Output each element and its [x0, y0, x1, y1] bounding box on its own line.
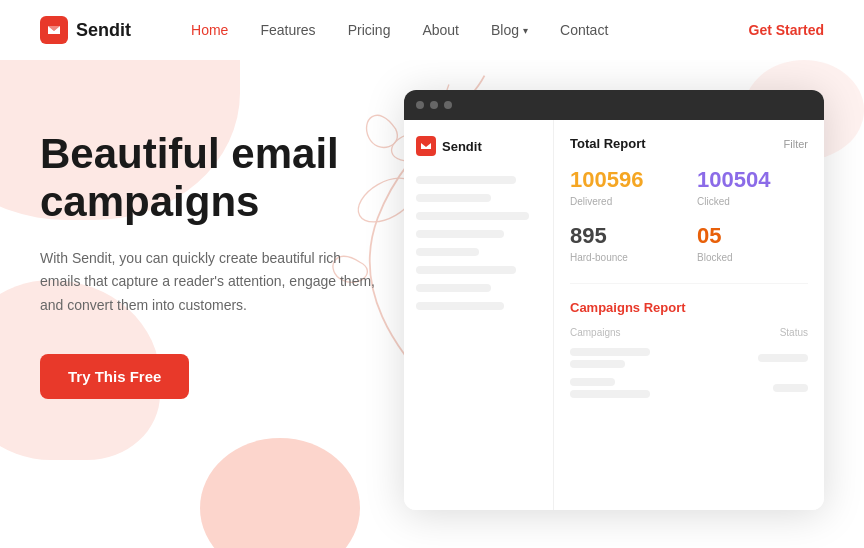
sidebar-line [416, 230, 504, 238]
stat-blocked: 05 Blocked [697, 223, 808, 263]
main-content: Beautiful email campaigns With Sendit, y… [0, 60, 864, 548]
hero-subtitle: With Sendit, you can quickly create beau… [40, 247, 380, 318]
sidebar-line [416, 284, 491, 292]
logo-text: Sendit [76, 20, 131, 41]
stat-blocked-value: 05 [697, 223, 808, 249]
divider [570, 283, 808, 284]
try-free-button[interactable]: Try This Free [40, 354, 189, 399]
stat-delivered: 100596 Delivered [570, 167, 681, 207]
stat-delivered-label: Delivered [570, 196, 681, 207]
campaigns-header: Campaigns Status [570, 327, 808, 338]
campaign-bar [570, 360, 625, 368]
logo-icon [40, 16, 68, 44]
nav-pricing[interactable]: Pricing [348, 22, 391, 38]
mockup-container: Sendit Total [404, 100, 824, 548]
campaign-bars-1 [570, 348, 650, 368]
stat-clicked-value: 100504 [697, 167, 808, 193]
nav-contact[interactable]: Contact [560, 22, 608, 38]
filter-label: Filter [784, 138, 808, 150]
app-logo-text: Sendit [442, 139, 482, 154]
campaigns-title: Campaigns Report [570, 300, 808, 315]
browser-dot-3 [444, 101, 452, 109]
campaign-row-2 [570, 378, 808, 398]
total-report-title: Total Report [570, 136, 646, 151]
browser-bar [404, 90, 824, 120]
campaign-bar [570, 378, 615, 386]
hero-title: Beautiful email campaigns [40, 130, 404, 227]
browser-content: Sendit Total [404, 120, 824, 510]
stat-hardbounce: 895 Hard-bounce [570, 223, 681, 263]
stat-clicked-label: Clicked [697, 196, 808, 207]
status-bars-2 [773, 384, 808, 392]
navbar: Sendit Home Features Pricing About Blog … [0, 0, 864, 60]
app-logo-icon [416, 136, 436, 156]
nav-features[interactable]: Features [260, 22, 315, 38]
stats-grid: 100596 Delivered 100504 Clicked 895 Hard… [570, 167, 808, 263]
campaign-row-1 [570, 348, 808, 368]
browser-dot-1 [416, 101, 424, 109]
sidebar-line [416, 194, 491, 202]
nav-about[interactable]: About [422, 22, 459, 38]
stat-delivered-value: 100596 [570, 167, 681, 193]
app-panel: Total Report Filter 100596 Delivered 100… [554, 120, 824, 510]
status-bar [758, 354, 808, 362]
total-report-header: Total Report Filter [570, 136, 808, 151]
chevron-down-icon: ▾ [523, 25, 528, 36]
status-bar [773, 384, 808, 392]
status-bars-1 [758, 354, 808, 362]
app-sidebar-lines [416, 176, 541, 310]
app-sidebar: Sendit [404, 120, 554, 510]
status-col-label: Status [780, 327, 808, 338]
logo[interactable]: Sendit [40, 16, 131, 44]
sidebar-line [416, 212, 529, 220]
campaign-bar [570, 390, 650, 398]
campaign-bar [570, 348, 650, 356]
stat-hardbounce-label: Hard-bounce [570, 252, 681, 263]
campaigns-col-label: Campaigns [570, 327, 621, 338]
campaign-bars-2 [570, 378, 650, 398]
get-started-button[interactable]: Get Started [749, 22, 824, 38]
app-logo: Sendit [416, 136, 541, 156]
sidebar-line [416, 248, 479, 256]
nav-links: Home Features Pricing About Blog ▾ Conta… [191, 22, 749, 38]
sidebar-line [416, 266, 516, 274]
browser-dot-2 [430, 101, 438, 109]
stat-blocked-label: Blocked [697, 252, 808, 263]
browser-mockup: Sendit Total [404, 90, 824, 510]
stat-hardbounce-value: 895 [570, 223, 681, 249]
nav-blog[interactable]: Blog ▾ [491, 22, 528, 38]
sidebar-line [416, 176, 516, 184]
sidebar-line [416, 302, 504, 310]
nav-home[interactable]: Home [191, 22, 228, 38]
stat-clicked: 100504 Clicked [697, 167, 808, 207]
hero-section: Beautiful email campaigns With Sendit, y… [40, 100, 404, 548]
